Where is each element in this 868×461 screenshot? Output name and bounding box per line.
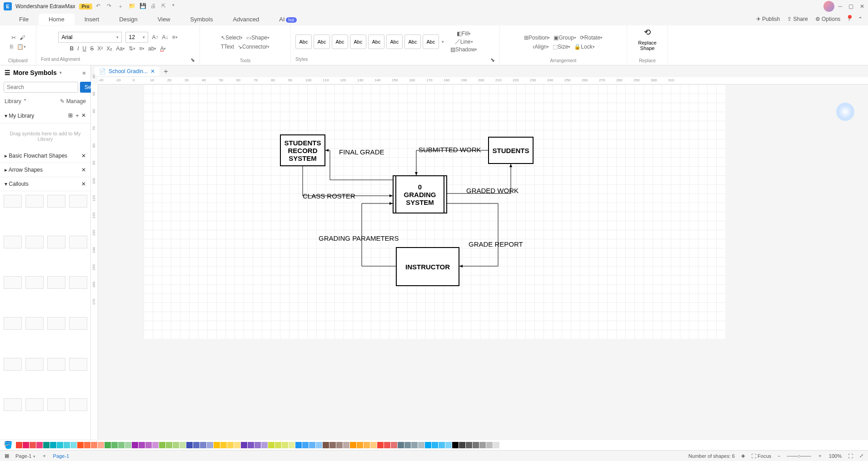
close-icon[interactable]: ✕ [860,3,864,10]
color-swatch[interactable] [309,442,315,448]
text-tool[interactable]: T Text [221,44,234,50]
color-swatch[interactable] [77,442,84,448]
symbol-thumb[interactable] [4,195,22,208]
color-swatch[interactable] [186,442,193,448]
tab-file[interactable]: 📄 School Gradin... ✕ [95,67,160,76]
color-swatch[interactable] [139,442,145,448]
color-swatch[interactable] [36,442,43,448]
color-swatch[interactable] [111,442,118,448]
color-swatch[interactable] [220,442,227,448]
color-swatch[interactable] [180,442,186,448]
font-dialog-icon[interactable]: ⬊ [190,57,195,63]
symbol-thumb[interactable] [47,358,65,371]
color-swatch[interactable] [173,442,179,448]
color-swatch[interactable] [343,442,349,448]
color-swatch[interactable] [70,442,77,448]
replace-shape-button[interactable]: Replace Shape [632,40,663,51]
color-swatch[interactable] [357,442,363,448]
help-button[interactable]: ? [848,16,851,22]
size-button[interactable]: ⬚ Size▾ [553,44,570,50]
position-button[interactable]: ⊞ Position▾ [524,35,550,41]
color-swatch[interactable] [261,442,268,448]
styles-dialog-icon[interactable]: ⬊ [490,57,495,63]
color-swatch[interactable] [275,442,281,448]
color-swatch[interactable] [364,442,370,448]
symbol-thumb[interactable] [25,195,44,208]
color-swatch[interactable] [30,442,36,448]
hamburger-icon[interactable]: ☰ [5,69,10,76]
zoom-out-icon[interactable]: − [778,453,780,459]
color-swatch[interactable] [105,442,111,448]
color-swatch[interactable] [207,442,213,448]
cut-icon[interactable]: ✂ [11,35,16,41]
color-swatch[interactable] [323,442,329,448]
color-swatch[interactable] [479,442,486,448]
color-swatch[interactable] [459,442,465,448]
symbol-thumb[interactable] [4,398,22,411]
diagram-page[interactable]: STUDENTS RECORD SYSTEMSTUDENTS0GRADING S… [144,84,725,339]
symbol-thumb[interactable] [69,236,87,248]
style-chip[interactable]: Abc [423,35,439,49]
sidebar-cat-callouts[interactable]: ▾ Callouts✕ [0,177,90,191]
symbol-thumb[interactable] [47,398,65,411]
color-swatch[interactable] [500,442,506,448]
share-button[interactable]: ⇪ Share [787,16,808,22]
symbol-thumb[interactable] [69,358,87,371]
increase-font-icon[interactable]: A↑ [152,34,158,40]
symbol-thumb[interactable] [69,398,87,411]
color-swatch[interactable] [125,442,131,448]
case-icon[interactable]: Aa▾ [116,45,125,52]
color-swatch[interactable] [316,442,322,448]
redo-icon[interactable]: ↷ [107,3,114,10]
color-swatch[interactable] [289,442,295,448]
symbol-thumb[interactable] [4,276,22,289]
color-swatch[interactable] [445,442,452,448]
color-swatch[interactable] [282,442,288,448]
color-swatch[interactable] [486,442,493,448]
group-button[interactable]: ▣ Group▾ [554,35,576,41]
color-swatch[interactable] [439,442,445,448]
format-painter-icon[interactable]: 🖌 [20,35,25,41]
layers-icon[interactable]: ◈ [741,453,745,459]
symbol-thumb[interactable] [4,317,22,330]
color-swatch[interactable] [132,442,138,448]
symbol-thumb[interactable] [25,398,44,411]
color-swatch[interactable] [84,442,90,448]
symbol-thumb[interactable] [69,317,87,330]
tab-close-icon[interactable]: ✕ [150,68,155,74]
symbol-thumb[interactable] [25,317,44,330]
collapse-sidebar-icon[interactable]: « [82,69,86,76]
symbol-thumb[interactable] [69,195,87,208]
color-swatch[interactable] [50,442,56,448]
shadow-button[interactable]: ▨ Shadow ▾ [450,46,477,53]
library-label[interactable]: Library ⌃ [5,98,27,104]
decrease-font-icon[interactable]: A↓ [162,34,168,40]
subscript-icon[interactable]: X₂ [106,45,112,52]
color-swatch[interactable] [193,442,200,448]
color-swatch[interactable] [302,442,309,448]
menu-design[interactable]: Design [109,14,147,25]
menu-insert[interactable]: Insert [75,14,110,25]
quickaccess-more-icon[interactable]: ▾ [172,3,180,10]
symbol-thumb[interactable] [47,317,65,330]
symbol-thumb[interactable] [25,358,44,371]
new-tab-icon[interactable]: ＋ [162,67,170,76]
add-page-icon[interactable]: ＋ [42,452,47,459]
menu-view[interactable]: View [148,14,180,25]
menu-advanced[interactable]: Advanced [223,14,269,25]
sidebar-cat-arrow[interactable]: ▸ Arrow Shapes✕ [0,163,90,177]
color-swatch[interactable] [145,442,152,448]
color-swatch[interactable] [159,442,165,448]
fill-button[interactable]: ◧ Fill ▾ [450,30,477,37]
maximize-icon[interactable]: ▢ [848,3,853,10]
floating-help-icon[interactable] [836,103,854,121]
bold-icon[interactable]: B [70,45,74,52]
fit-icon[interactable]: ⛶ [848,453,853,459]
color-swatch[interactable] [23,442,29,448]
color-swatch[interactable] [152,442,159,448]
style-chip[interactable]: Abc [332,35,348,49]
sidebar-cat-mylibrary[interactable]: ▾ My Library⊞ ＋ ✕ [0,108,90,124]
color-swatch[interactable] [118,442,125,448]
color-swatch[interactable] [200,442,206,448]
color-swatch[interactable] [57,442,63,448]
